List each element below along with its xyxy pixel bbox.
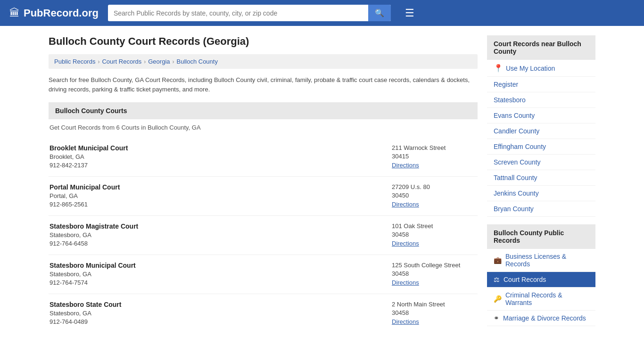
court-phone: 912-764-0489	[50, 318, 121, 325]
court-address: 27209 U.s. 80	[392, 183, 477, 190]
scale-icon: ⚖	[494, 276, 500, 283]
briefcase-icon: 💼	[494, 256, 502, 264]
courts-count: Get Court Records from 6 Courts in Bullo…	[49, 124, 478, 131]
nearby-link[interactable]: Screven County	[494, 158, 541, 166]
courts-list: Brooklet Municipal Court Brooklet, GA 91…	[49, 140, 478, 333]
court-zip: 30458	[392, 270, 477, 277]
location-icon: 📍	[494, 64, 503, 73]
breadcrumb-court-records[interactable]: Court Records	[102, 58, 141, 65]
public-record-link[interactable]: Court Records	[504, 276, 546, 283]
nearby-link[interactable]: Statesboro	[494, 96, 526, 104]
court-address: 125 South College Street	[392, 262, 477, 269]
public-record-link[interactable]: Marriage & Divorce Records	[503, 314, 586, 322]
rings-icon: ⚭	[494, 314, 499, 322]
nearby-list-item: Statesboro	[487, 92, 595, 108]
court-entry: Brooklet Municipal Court Brooklet, GA 91…	[49, 140, 478, 177]
directions-link[interactable]: Directions	[392, 162, 419, 169]
court-right-1: 27209 U.s. 80 30450 Directions	[392, 183, 477, 208]
logo-text: PubRecord.org	[24, 7, 99, 19]
sidebar: Court Records near Bulloch County 📍Use M…	[487, 35, 595, 335]
nearby-section-title: Court Records near Bulloch County	[487, 35, 595, 60]
court-name: Statesboro Magistrate Court	[50, 222, 138, 230]
nearby-list-item: Screven County	[487, 155, 595, 170]
nearby-link[interactable]: Effingham County	[494, 143, 546, 150]
breadcrumb-georgia[interactable]: Georgia	[148, 58, 170, 65]
nearby-list-item: Candler County	[487, 123, 595, 139]
directions-link[interactable]: Directions	[392, 279, 419, 286]
directions-link[interactable]: Directions	[392, 201, 419, 208]
court-name: Statesboro State Court	[50, 301, 121, 308]
logo-icon: 🏛	[9, 7, 20, 19]
court-right-3: 125 South College Street 30458 Direction…	[392, 262, 477, 286]
hamburger-menu-button[interactable]: ☰	[405, 7, 414, 19]
public-record-link[interactable]: Business Licenses & Records	[505, 253, 589, 268]
public-record-list-item[interactable]: 💼Business Licenses & Records	[487, 249, 595, 272]
court-phone: 912-842-2137	[50, 162, 128, 169]
court-city: Statesboro, GA	[50, 231, 138, 239]
nearby-link[interactable]: Bryan County	[494, 205, 534, 213]
key-icon: 🔑	[494, 295, 502, 303]
public-records-section-title: Bulloch County Public Records	[487, 224, 595, 249]
court-name: Brooklet Municipal Court	[50, 144, 128, 152]
court-address: 211 Warnock Street	[392, 144, 477, 151]
directions-link[interactable]: Directions	[392, 240, 419, 247]
public-record-list-item[interactable]: 🔑Criminal Records & Warrants	[487, 288, 595, 311]
court-zip: 30458	[392, 309, 477, 316]
court-left-3: Statesboro Municipal Court Statesboro, G…	[50, 262, 136, 286]
court-phone: 912-764-6458	[50, 240, 138, 247]
public-record-link[interactable]: Criminal Records & Warrants	[505, 291, 589, 306]
nearby-link[interactable]: Evans County	[494, 112, 535, 119]
search-button[interactable]: 🔍	[368, 5, 391, 21]
breadcrumb-sep-2: ›	[144, 58, 146, 65]
breadcrumb-public-records[interactable]: Public Records	[54, 58, 95, 65]
court-right-2: 101 Oak Street 30458 Directions	[392, 222, 477, 247]
use-location-link[interactable]: Use My Location	[506, 65, 555, 72]
public-records-links-list: 💼Business Licenses & Records⚖Court Recor…	[487, 249, 595, 326]
court-right-4: 2 North Main Street 30458 Directions	[392, 301, 477, 325]
nearby-links-list: 📍Use My LocationRegisterStatesboroEvans …	[487, 60, 595, 217]
court-phone: 912-764-7574	[50, 279, 136, 286]
public-record-list-item[interactable]: ⚖Court Records	[487, 272, 595, 288]
court-zip: 30458	[392, 231, 477, 238]
court-zip: 30450	[392, 192, 477, 199]
nearby-link[interactable]: Tattnall County	[494, 174, 537, 181]
court-address: 101 Oak Street	[392, 222, 477, 230]
page-description: Search for free Bulloch County, GA Court…	[49, 75, 478, 94]
directions-link[interactable]: Directions	[392, 318, 419, 325]
courts-section-header: Bulloch County Courts	[49, 102, 478, 119]
nearby-list-item: Bryan County	[487, 201, 595, 217]
search-input[interactable]	[108, 6, 368, 21]
court-entry: Statesboro Municipal Court Statesboro, G…	[49, 257, 478, 294]
public-record-list-item[interactable]: ⚭Marriage & Divorce Records	[487, 311, 595, 326]
breadcrumb: Public Records › Court Records › Georgia…	[49, 54, 478, 69]
court-name: Portal Municipal Court	[50, 183, 120, 191]
court-name: Statesboro Municipal Court	[50, 262, 136, 269]
court-address: 2 North Main Street	[392, 301, 477, 308]
page-title: Bulloch County Court Records (Georgia)	[49, 35, 478, 48]
court-city: Statesboro, GA	[50, 271, 136, 278]
court-left-1: Portal Municipal Court Portal, GA 912-86…	[50, 183, 120, 208]
court-entry: Statesboro State Court Statesboro, GA 91…	[49, 296, 478, 333]
court-city: Brooklet, GA	[50, 153, 128, 160]
content-area: Bulloch County Court Records (Georgia) P…	[49, 35, 478, 335]
nearby-list-item: Effingham County	[487, 139, 595, 155]
nearby-list-item: Jenkins County	[487, 186, 595, 201]
court-entry: Statesboro Magistrate Court Statesboro, …	[49, 218, 478, 255]
nearby-list-item: 📍Use My Location	[487, 60, 595, 77]
nearby-list-item: Register	[487, 77, 595, 92]
court-zip: 30415	[392, 153, 477, 160]
nearby-link[interactable]: Jenkins County	[494, 189, 539, 197]
site-logo[interactable]: 🏛 PubRecord.org	[9, 7, 99, 19]
search-bar: 🔍	[108, 5, 391, 21]
court-city: Statesboro, GA	[50, 310, 121, 317]
court-city: Portal, GA	[50, 192, 120, 199]
court-left-4: Statesboro State Court Statesboro, GA 91…	[50, 301, 121, 325]
court-entry: Portal Municipal Court Portal, GA 912-86…	[49, 179, 478, 216]
court-phone: 912-865-2561	[50, 201, 120, 208]
nearby-list-item: Evans County	[487, 108, 595, 123]
nearby-link[interactable]: Candler County	[494, 127, 539, 135]
nearby-link[interactable]: Register	[494, 81, 518, 88]
court-left-2: Statesboro Magistrate Court Statesboro, …	[50, 222, 138, 247]
breadcrumb-bulloch-county[interactable]: Bulloch County	[177, 58, 218, 65]
site-header: 🏛 PubRecord.org 🔍 ☰	[0, 0, 644, 26]
